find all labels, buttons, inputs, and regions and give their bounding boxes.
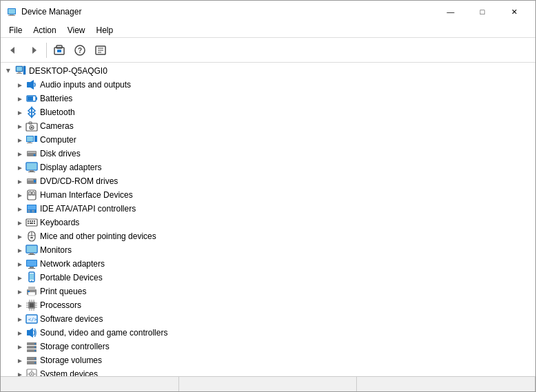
expand-arrow-software[interactable]: ► (14, 313, 25, 324)
display-label: Display adapters (40, 163, 101, 172)
svg-point-38 (34, 154, 36, 156)
tree-item-processor[interactable]: ► (1, 298, 535, 312)
svg-rect-63 (30, 223, 33, 224)
tree-item-dvd[interactable]: ► DVD/CD-ROM drives (1, 174, 535, 188)
tree-item-print[interactable]: ► Print queues (1, 285, 535, 298)
hid-label: Human Interface Devices (40, 190, 133, 200)
tree-item-hid[interactable]: ► Human Interface Devices (1, 188, 535, 202)
svg-rect-40 (27, 163, 37, 169)
tree-item-ide[interactable]: ► IDE ATA/ATAPI controllers (1, 202, 535, 216)
svg-point-111 (34, 358, 36, 360)
svg-rect-55 (32, 210, 34, 211)
app-icon (6, 6, 17, 17)
sound-label: Sound, video and game controllers (40, 328, 167, 338)
back-button[interactable] (3, 41, 23, 60)
menu-view[interactable]: View (62, 23, 91, 38)
expand-arrow-portable[interactable]: ► (14, 272, 25, 283)
svg-rect-75 (30, 267, 34, 268)
expand-arrow-audio[interactable]: ► (14, 79, 25, 90)
expand-arrow-cameras[interactable]: ► (14, 121, 25, 132)
expand-arrow-sound[interactable]: ► (14, 327, 25, 338)
disk-icon (25, 147, 38, 160)
forward-button[interactable] (24, 41, 43, 60)
tree-item-bluetooth[interactable]: ► Bluetooth (1, 105, 535, 119)
expand-arrow-monitors[interactable]: ► (14, 245, 25, 256)
svg-marker-4 (10, 47, 14, 54)
svg-point-115 (31, 373, 32, 375)
svg-text:?: ? (78, 47, 82, 54)
tree-item-disk[interactable]: ► Disk drives (1, 147, 535, 161)
expand-arrow-mouse[interactable]: ► (14, 231, 25, 242)
monitor-icon (25, 244, 38, 256)
expand-arrow-hid[interactable]: ► (14, 189, 25, 200)
maximize-button[interactable]: □ (466, 1, 498, 23)
svg-point-29 (31, 127, 33, 129)
portable-icon (25, 271, 38, 284)
tree-item-system[interactable]: ► System devices (1, 367, 535, 376)
tree-item-sound[interactable]: ► Sound, video and game controllers (1, 326, 535, 340)
tree-item-portable[interactable]: ► Portable Devices (1, 271, 535, 285)
tree-item-storage[interactable]: ► Storage controllers (1, 340, 535, 353)
menu-help[interactable]: Help (91, 23, 119, 38)
expand-arrow-storage[interactable]: ► (14, 341, 25, 352)
svg-rect-85 (30, 303, 34, 307)
properties-button[interactable] (91, 41, 110, 60)
close-button[interactable]: ✕ (498, 1, 530, 23)
processor-label: Processors (40, 300, 81, 310)
tree-item-network[interactable]: ► Network adapters (1, 257, 535, 271)
svg-rect-60 (32, 220, 33, 222)
minimize-button[interactable]: — (435, 1, 466, 23)
toolbar: ? (1, 38, 535, 63)
expand-arrow-print[interactable]: ► (14, 286, 25, 297)
expand-arrow-ide[interactable]: ► (14, 203, 25, 214)
expand-arrow-processor[interactable]: ► (14, 300, 25, 311)
software-icon: </> (25, 313, 38, 325)
tree-item-display[interactable]: ► Display adapters (1, 161, 535, 174)
help-button[interactable]: ? (70, 41, 90, 60)
expand-arrow-system[interactable]: ► (14, 369, 25, 376)
show-hidden-button[interactable] (50, 41, 69, 60)
svg-marker-5 (32, 47, 37, 54)
bluetooth-icon (25, 106, 38, 118)
disk-label: Disk drives (40, 149, 81, 158)
status-segment-1 (1, 377, 179, 391)
expand-arrow-network[interactable]: ► (14, 258, 25, 269)
expand-arrow-root[interactable]: ► (3, 65, 14, 76)
cameras-label: Cameras (40, 121, 74, 131)
expand-arrow-bluetooth[interactable]: ► (14, 107, 25, 118)
expand-arrow-computer[interactable]: ► (14, 134, 25, 145)
menu-file[interactable]: File (3, 23, 28, 38)
processor-icon (25, 299, 38, 311)
tree-item-monitors[interactable]: ► Monitors (1, 243, 535, 257)
expand-arrow-disk[interactable]: ► (14, 148, 25, 159)
svg-rect-37 (28, 152, 36, 153)
expand-arrow-batteries[interactable]: ► (14, 93, 25, 104)
expand-arrow-storage-vol[interactable]: ► (14, 355, 25, 366)
svg-rect-7 (56, 45, 62, 48)
svg-rect-52 (28, 205, 36, 209)
svg-point-108 (34, 350, 36, 351)
menu-action[interactable]: Action (28, 23, 61, 38)
tree-view[interactable]: ► DESKTOP-Q5AQGI0 ► (1, 63, 535, 376)
svg-rect-19 (23, 66, 25, 74)
tree-item-mouse[interactable]: ► Mice and other pointing devices (1, 229, 535, 243)
tree-item-keyboard[interactable]: ► Keyboards (1, 216, 535, 229)
expand-arrow-keyboard[interactable]: ► (14, 217, 25, 228)
svg-rect-72 (28, 254, 35, 255)
svg-rect-45 (34, 180, 36, 183)
svg-rect-18 (17, 73, 22, 74)
tree-item-cameras[interactable]: ► Cameras (1, 119, 535, 133)
audio-icon (25, 79, 38, 91)
tree-item-audio[interactable]: ► Audio inputs and outputs (1, 78, 535, 92)
expand-arrow-dvd[interactable]: ► (14, 176, 25, 187)
svg-marker-26 (28, 107, 32, 117)
tree-item-computer[interactable]: ► Computer (1, 133, 535, 147)
tree-root[interactable]: ► DESKTOP-Q5AQGI0 (1, 64, 535, 78)
tree-item-software[interactable]: ► </> Software devices (1, 312, 535, 326)
computer-sub-icon (25, 134, 38, 146)
svg-rect-62 (28, 223, 29, 224)
tree-item-batteries[interactable]: ► Batteries (1, 92, 535, 105)
portable-label: Portable Devices (40, 273, 103, 282)
tree-item-storage-vol[interactable]: ► Storage volumes (1, 353, 535, 367)
expand-arrow-display[interactable]: ► (14, 162, 25, 173)
